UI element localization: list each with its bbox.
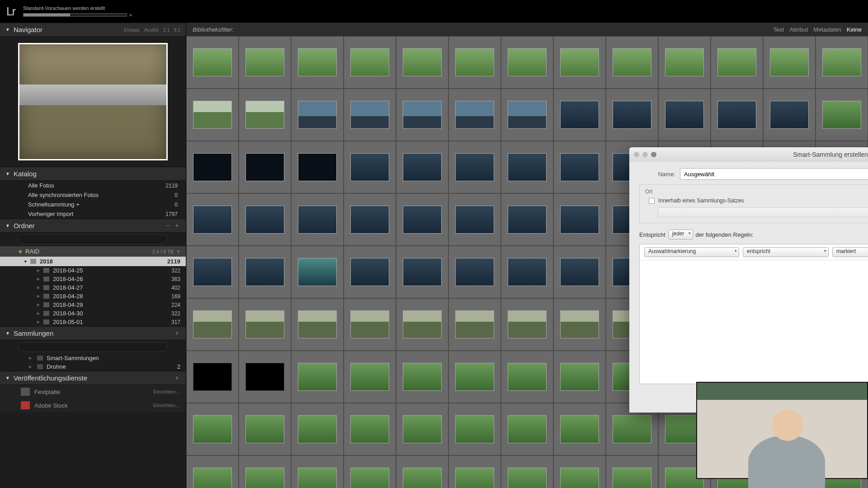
grid-cell[interactable] bbox=[396, 141, 448, 193]
grid-cell[interactable] bbox=[553, 36, 606, 89]
folder-date-row[interactable]: ▶2018-04-26363 bbox=[0, 275, 186, 283]
grid-cell[interactable] bbox=[239, 246, 291, 298]
publish-header[interactable]: ▼ Veröffentlichungsdienste + bbox=[0, 371, 186, 385]
katalog-item[interactable]: Vorheriger Import1797 bbox=[0, 209, 186, 219]
grid-cell[interactable] bbox=[186, 141, 239, 193]
grid-cell[interactable] bbox=[553, 89, 606, 141]
grid-cell[interactable] bbox=[344, 36, 396, 89]
grid-cell[interactable] bbox=[239, 403, 291, 455]
grid-cell[interactable] bbox=[553, 455, 606, 488]
grid-cell[interactable] bbox=[344, 193, 396, 246]
publish-service-row[interactable]: FestplatteEinrichten… bbox=[0, 385, 186, 399]
window-minimize-icon[interactable] bbox=[642, 152, 648, 157]
grid-cell[interactable] bbox=[239, 455, 291, 488]
match-mode-dropdown[interactable]: jeder bbox=[668, 230, 693, 239]
rule-value-dropdown[interactable]: markiert bbox=[832, 247, 868, 257]
grid-cell[interactable] bbox=[396, 193, 448, 246]
grid-cell[interactable] bbox=[553, 141, 606, 193]
grid-cell[interactable] bbox=[344, 455, 396, 488]
grid-cell[interactable] bbox=[448, 141, 501, 193]
folder-date-row[interactable]: ▶2018-04-27402 bbox=[0, 283, 186, 292]
grid-cell[interactable] bbox=[448, 403, 501, 455]
grid-cell[interactable] bbox=[501, 246, 553, 298]
folder-search-input[interactable] bbox=[18, 235, 168, 244]
rule-operator-dropdown[interactable]: entspricht bbox=[743, 247, 829, 257]
grid-cell[interactable] bbox=[501, 298, 553, 351]
window-zoom-icon[interactable] bbox=[651, 152, 656, 157]
collection-item[interactable]: ▶Smart-Sammlungen bbox=[0, 354, 186, 362]
grid-cell[interactable] bbox=[448, 298, 501, 351]
progress-cancel-icon[interactable]: ✕ bbox=[129, 13, 132, 18]
grid-cell[interactable] bbox=[344, 141, 396, 193]
inside-set-checkbox[interactable] bbox=[649, 198, 655, 204]
plus-icon[interactable]: + bbox=[173, 375, 180, 382]
window-close-icon[interactable] bbox=[634, 152, 639, 157]
grid-cell[interactable] bbox=[186, 351, 239, 403]
navigator-zoom-options[interactable]: Einpas.Ausfül.1:13:1 bbox=[120, 27, 180, 33]
folder-date-row[interactable]: ▶2018-04-29224 bbox=[0, 300, 186, 309]
grid-cell[interactable] bbox=[448, 246, 501, 298]
folder-year-row[interactable]: ▼ 2018 2119 bbox=[0, 257, 186, 266]
grid-cell[interactable] bbox=[291, 141, 344, 193]
grid-cell[interactable] bbox=[448, 89, 501, 141]
navigator-preview[interactable] bbox=[0, 37, 186, 167]
collection-search-input[interactable] bbox=[18, 342, 168, 352]
ordner-header[interactable]: ▼ Ordner −+ bbox=[0, 219, 186, 233]
grid-cell[interactable] bbox=[711, 36, 763, 89]
grid-cell[interactable] bbox=[658, 36, 711, 89]
grid-cell[interactable] bbox=[186, 246, 239, 298]
grid-cell[interactable] bbox=[186, 403, 239, 455]
grid-cell[interactable] bbox=[396, 351, 448, 403]
grid-cell[interactable] bbox=[239, 351, 291, 403]
grid-cell[interactable] bbox=[344, 351, 396, 403]
folder-date-row[interactable]: ▶2018-04-30322 bbox=[0, 309, 186, 318]
filter-tab[interactable]: Text bbox=[773, 26, 784, 33]
collection-set-dropdown[interactable] bbox=[658, 207, 868, 217]
grid-cell[interactable] bbox=[396, 403, 448, 455]
grid-cell[interactable] bbox=[344, 246, 396, 298]
grid-cell[interactable] bbox=[763, 36, 816, 89]
grid-cell[interactable] bbox=[291, 193, 344, 246]
grid-cell[interactable] bbox=[291, 36, 344, 89]
grid-cell[interactable] bbox=[396, 455, 448, 488]
grid-cell[interactable] bbox=[396, 36, 448, 89]
grid-cell[interactable] bbox=[606, 455, 658, 488]
grid-cell[interactable] bbox=[711, 89, 763, 141]
grid-cell[interactable] bbox=[553, 193, 606, 246]
rule-field-dropdown[interactable]: Auswahlmarkierung bbox=[644, 247, 739, 257]
folder-date-row[interactable]: ▶2018-05-01317 bbox=[0, 318, 186, 326]
grid-cell[interactable] bbox=[291, 403, 344, 455]
katalog-item[interactable]: Schnellsammlung +0 bbox=[0, 200, 186, 209]
grid-cell[interactable] bbox=[501, 193, 553, 246]
grid-cell[interactable] bbox=[344, 298, 396, 351]
grid-cell[interactable] bbox=[553, 246, 606, 298]
filter-tab[interactable]: Attribut bbox=[789, 26, 808, 33]
grid-cell[interactable] bbox=[501, 403, 553, 455]
grid-cell[interactable] bbox=[291, 246, 344, 298]
grid-cell[interactable] bbox=[448, 193, 501, 246]
publish-service-row[interactable]: Adobe StockEinrichten… bbox=[0, 399, 186, 412]
grid-cell[interactable] bbox=[553, 351, 606, 403]
grid-cell[interactable] bbox=[501, 141, 553, 193]
grid-cell[interactable] bbox=[553, 403, 606, 455]
grid-cell[interactable] bbox=[239, 89, 291, 141]
grid-cell[interactable] bbox=[291, 455, 344, 488]
grid-cell[interactable] bbox=[448, 36, 501, 89]
grid-cell[interactable] bbox=[344, 403, 396, 455]
grid-cell[interactable] bbox=[396, 246, 448, 298]
grid-cell[interactable] bbox=[501, 455, 553, 488]
grid-cell[interactable] bbox=[291, 89, 344, 141]
grid-cell[interactable] bbox=[448, 351, 501, 403]
katalog-item[interactable]: Alle Fotos2119 bbox=[0, 181, 186, 190]
grid-cell[interactable] bbox=[658, 89, 711, 141]
katalog-item[interactable]: Alle synchronisierten Fotos0 bbox=[0, 190, 186, 200]
grid-cell[interactable] bbox=[291, 298, 344, 351]
grid-cell[interactable] bbox=[291, 351, 344, 403]
grid-cell[interactable] bbox=[239, 193, 291, 246]
navigator-header[interactable]: ▼ Navigator Einpas.Ausfül.1:13:1 bbox=[0, 23, 186, 37]
folder-date-row[interactable]: ▶2018-04-25322 bbox=[0, 266, 186, 275]
drive-row[interactable]: RAID 2,4 / 8 TB ▼ bbox=[0, 246, 186, 257]
dialog-titlebar[interactable]: Smart-Sammlung erstellen bbox=[629, 147, 868, 162]
grid-cell[interactable] bbox=[448, 455, 501, 488]
grid-cell[interactable] bbox=[501, 36, 553, 89]
